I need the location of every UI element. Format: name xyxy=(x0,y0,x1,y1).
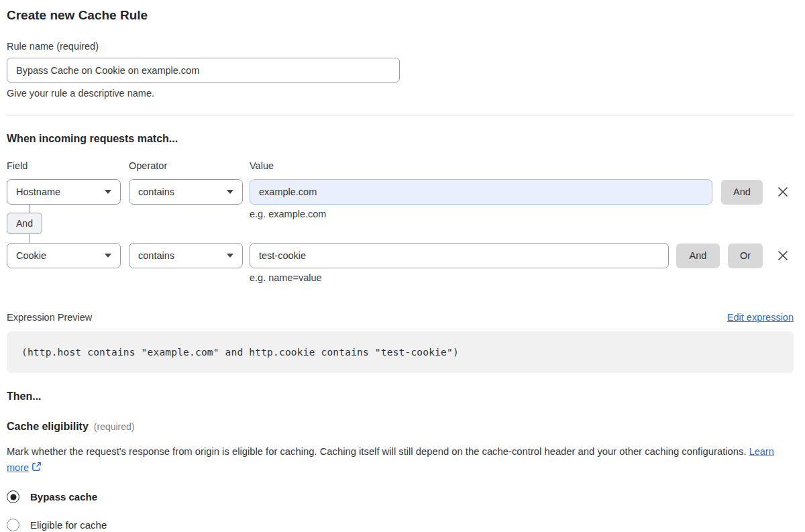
add-or-condition-button[interactable]: Or xyxy=(728,244,763,268)
add-and-condition-button[interactable]: And xyxy=(676,244,720,268)
chevron-down-icon xyxy=(227,190,233,194)
value-input[interactable] xyxy=(250,179,712,205)
radio-label: Eligible for cache xyxy=(30,519,107,531)
add-and-condition-button[interactable]: And xyxy=(721,180,763,205)
expression-preview-label: Expression Preview xyxy=(7,312,92,323)
value-column-label: Value xyxy=(250,160,274,171)
chevron-down-icon xyxy=(227,254,233,258)
edit-expression-link[interactable]: Edit expression xyxy=(727,312,794,323)
field-select[interactable]: Cookie xyxy=(7,243,121,268)
chevron-down-icon xyxy=(105,190,111,194)
expression-preview-header: Expression Preview Edit expression xyxy=(7,312,794,323)
section-divider xyxy=(7,115,794,115)
field-select[interactable]: Hostname xyxy=(7,179,121,205)
remove-condition-button[interactable] xyxy=(776,249,790,262)
match-row-2: Cookie contains And Or xyxy=(7,243,794,268)
radio-selected-icon[interactable] xyxy=(7,490,19,503)
rule-name-label: Rule name (required) xyxy=(7,41,794,52)
close-icon xyxy=(776,249,790,262)
match-section-heading: When incoming requests match... xyxy=(7,132,794,145)
remove-condition-button[interactable] xyxy=(776,185,790,199)
and-connector-chip[interactable]: And xyxy=(7,213,42,234)
description-text: Mark whether the request's response from… xyxy=(7,446,747,457)
operator-select[interactable]: contains xyxy=(129,179,243,205)
rule-name-helper: Give your rule a descriptive name. xyxy=(7,88,794,99)
connector-line xyxy=(29,205,30,213)
required-note: (required) xyxy=(94,421,135,432)
value-hint: e.g. name=value xyxy=(250,272,794,283)
expression-code-text: (http.host contains "example.com" and ht… xyxy=(21,347,459,358)
external-link-icon xyxy=(32,462,42,472)
page-title: Create new Cache Rule xyxy=(7,0,794,23)
radio-option-eligible-for-cache[interactable]: Eligible for cache xyxy=(7,519,794,531)
field-column-label: Field xyxy=(7,160,129,171)
operator-column-label: Operator xyxy=(129,160,250,171)
operator-select[interactable]: contains xyxy=(129,243,243,268)
create-cache-rule-form: Create new Cache Rule Rule name (require… xyxy=(0,0,805,531)
close-icon xyxy=(776,185,790,199)
field-select-value: Cookie xyxy=(16,250,46,261)
condition-connector-zone: e.g. example.com And xyxy=(7,205,794,243)
rule-name-input[interactable] xyxy=(7,58,400,83)
cache-eligibility-heading: Cache eligibility (required) xyxy=(7,421,794,433)
connector-line xyxy=(29,234,30,243)
operator-select-value: contains xyxy=(138,187,174,197)
radio-unselected-icon[interactable] xyxy=(7,519,19,531)
operator-select-value: contains xyxy=(138,250,174,261)
field-select-value: Hostname xyxy=(16,187,60,197)
cache-eligibility-description: Mark whether the request's response from… xyxy=(7,443,794,476)
expression-preview-code: (http.host contains "example.com" and ht… xyxy=(7,331,794,373)
value-input[interactable] xyxy=(250,243,669,268)
cache-eligibility-title: Cache eligibility xyxy=(7,421,89,433)
match-row-1: Hostname contains And xyxy=(7,179,794,205)
value-hint: e.g. example.com xyxy=(250,209,326,219)
chevron-down-icon xyxy=(105,254,111,258)
builder-column-labels: Field Operator Value xyxy=(7,160,794,171)
radio-label: Bypass cache xyxy=(30,491,97,502)
then-heading: Then... xyxy=(7,390,794,403)
radio-option-bypass-cache[interactable]: Bypass cache xyxy=(7,490,794,503)
